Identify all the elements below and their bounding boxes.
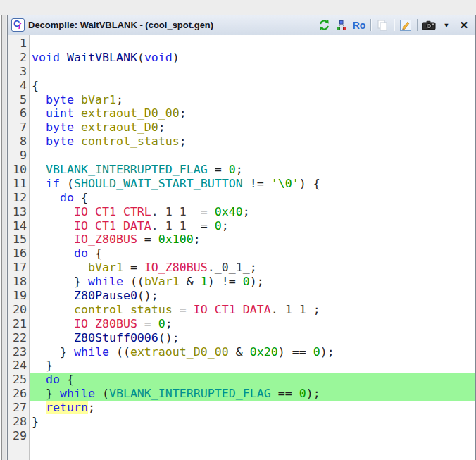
code-lines[interactable]: void WaitVBLANK(void){ byte bVar1; uint … xyxy=(30,35,475,460)
line-number: 24 xyxy=(8,359,27,373)
code-line[interactable]: IO_Z80BUS = 0; xyxy=(30,317,475,331)
code-token: IO_Z80BUS xyxy=(74,317,137,330)
ro-button[interactable]: Ro xyxy=(351,18,367,33)
line-number: 26 xyxy=(8,387,27,401)
code-token xyxy=(32,275,74,288)
code-token: IO_CT1_DATA xyxy=(194,303,271,316)
code-token: { xyxy=(60,373,74,386)
code-token: ; xyxy=(250,261,257,274)
window-title: Decompile: WaitVBLANK - (cool_spot.gen) xyxy=(28,20,313,30)
code-token: extraout_D0_00 xyxy=(81,106,180,120)
code-token: 0 xyxy=(299,387,306,400)
code-line[interactable]: Z80Pause0(); xyxy=(30,289,475,303)
line-number: 3 xyxy=(8,65,27,79)
code-token: } xyxy=(74,275,88,288)
code-token: void xyxy=(32,51,60,64)
decompile-titlebar[interactable]: C f Decompile: WaitVBLANK - (cool_spot.g… xyxy=(8,15,475,35)
line-number: 21 xyxy=(8,317,27,331)
code-line[interactable]: } xyxy=(30,359,475,373)
line-number: 20 xyxy=(8,303,27,317)
code-line[interactable]: byte extraout_D0; xyxy=(30,120,475,135)
line-number: 11 xyxy=(8,177,27,191)
line-number: 15 xyxy=(8,232,27,247)
close-icon: ✕ xyxy=(460,19,469,32)
close-button[interactable]: ✕ xyxy=(456,18,472,33)
copy-button[interactable] xyxy=(375,18,390,33)
code-token: ; xyxy=(165,317,173,330)
code-token: void xyxy=(144,51,173,64)
code-token xyxy=(74,93,81,106)
code-token: 0x20 xyxy=(250,345,278,359)
code-token: ); xyxy=(306,387,320,400)
code-token: control_status xyxy=(81,135,180,148)
code-line[interactable]: { xyxy=(30,79,475,93)
code-token xyxy=(32,317,74,330)
code-token: = xyxy=(123,261,144,274)
edit-button[interactable] xyxy=(398,18,413,33)
code-line[interactable] xyxy=(30,429,475,443)
code-token: ; xyxy=(236,163,243,176)
code-line[interactable] xyxy=(30,37,475,51)
code-token xyxy=(32,303,74,316)
code-token: } xyxy=(32,415,39,428)
line-number: 2 xyxy=(8,51,27,65)
code-token: ) != xyxy=(208,275,243,288)
code-line[interactable]: } while ((bVar1 & 1) != 0); xyxy=(30,275,475,289)
code-token: while xyxy=(74,345,109,359)
code-line[interactable]: control_status = IO_CT1_DATA._1_1_; xyxy=(30,303,475,317)
code-token: = xyxy=(173,303,194,316)
code-line[interactable] xyxy=(30,149,475,163)
line-number: 19 xyxy=(8,289,27,303)
code-token: } xyxy=(60,345,74,359)
code-line[interactable]: IO_Z80BUS = 0x100; xyxy=(30,232,475,247)
code-line[interactable]: if (SHOULD_WAIT_START_BUTTON != '\0') { xyxy=(30,177,475,191)
code-token: IO_CT1_CTRL xyxy=(74,205,151,218)
line-number: 6 xyxy=(8,106,27,120)
code-line[interactable]: byte control_status; xyxy=(30,135,475,149)
code-line[interactable]: VBLANK_INTERRUPTED_FLAG = 0; xyxy=(30,163,475,177)
code-token: uint xyxy=(46,106,74,120)
code-token: ; xyxy=(116,93,123,106)
code-line[interactable]: do { xyxy=(30,373,475,387)
code-token: ( xyxy=(137,51,144,64)
code-line[interactable]: } xyxy=(30,415,475,429)
code-line[interactable]: return; xyxy=(30,401,475,415)
code-token: 0 xyxy=(158,317,165,330)
code-token: (( xyxy=(109,345,130,359)
code-line[interactable]: uint extraout_D0_00; xyxy=(30,106,475,120)
refresh-button[interactable] xyxy=(316,18,332,33)
code-token: ; xyxy=(243,205,250,218)
code-token: control_status xyxy=(74,303,173,316)
graph-button[interactable] xyxy=(334,18,349,33)
code-line[interactable]: byte bVar1; xyxy=(30,93,475,107)
code-line[interactable] xyxy=(30,65,475,79)
code-token: = xyxy=(208,163,229,176)
line-number: 10 xyxy=(8,163,27,177)
code-token: return xyxy=(46,401,88,414)
code-line[interactable]: do { xyxy=(30,191,475,205)
code-line[interactable]: Z80Stuff0006(); xyxy=(30,331,475,345)
code-token: WaitVBLANK xyxy=(67,51,137,64)
panel-splitter-line[interactable] xyxy=(6,15,6,460)
code-token: SHOULD_WAIT_START_BUTTON xyxy=(74,177,243,190)
code-line[interactable]: void WaitVBLANK(void) xyxy=(30,51,475,65)
code-line[interactable]: IO_CT1_CTRL._1_1_ = 0x40; xyxy=(30,205,475,219)
dropdown-button[interactable]: ▼ xyxy=(439,18,454,33)
snapshot-button[interactable] xyxy=(421,18,437,33)
code-line[interactable]: bVar1 = IO_Z80BUS._0_1_; xyxy=(30,261,475,275)
code-token: '\0' xyxy=(271,177,299,190)
line-number: 14 xyxy=(8,219,27,233)
line-number: 27 xyxy=(8,401,27,415)
code-token xyxy=(32,135,46,148)
code-token: ) == xyxy=(278,345,313,359)
decompiled-code-panel[interactable]: 1234567891011121314151617181920212223242… xyxy=(8,35,475,460)
code-token: ); xyxy=(250,275,264,288)
code-token: (); xyxy=(158,331,180,344)
code-token xyxy=(74,135,81,148)
line-number: 7 xyxy=(8,120,27,135)
code-line[interactable]: IO_CT1_DATA._1_1_ = 0; xyxy=(30,219,475,233)
code-line[interactable]: } while ((extraout_D0_00 & 0x20) == 0); xyxy=(30,345,475,359)
code-token: 1 xyxy=(201,275,208,288)
code-line[interactable]: } while (VBLANK_INTERRUPTED_FLAG == 0); xyxy=(30,387,475,401)
code-line[interactable]: do { xyxy=(30,247,475,261)
